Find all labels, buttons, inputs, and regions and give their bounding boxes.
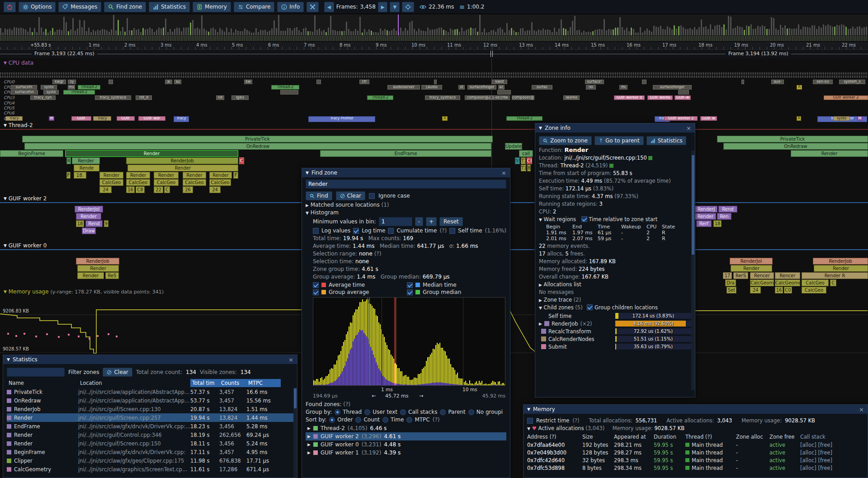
legend-item[interactable]: Median time — [407, 282, 497, 288]
frame-boundaries-row[interactable]: Frame 3,193 (22.45 ms) Frame 3,194 (13.9… — [0, 50, 868, 58]
collapse-icon[interactable]: ▼ — [306, 170, 309, 175]
statistics-row[interactable]: Render jni/../jni/src/guif/Screen.cpp:25… — [7, 413, 293, 422]
close-icon[interactable]: × — [686, 125, 691, 132]
group-by-option[interactable]: Thread — [335, 409, 362, 415]
timeline-zone[interactable]: C8 — [136, 186, 145, 193]
cpu-zone[interactable]: A — [797, 116, 801, 121]
cpu-zone[interactable]: tracy_syn — [30, 95, 56, 100]
legend-checkbox[interactable] — [407, 282, 413, 288]
cumulate-help[interactable]: (?) — [439, 227, 447, 234]
timeline-zone[interactable]: CalcGeo — [183, 179, 206, 186]
timeline-zone[interactable]: EndFrame — [320, 150, 491, 157]
relative-time-checkbox[interactable] — [581, 216, 587, 222]
timeline-zone[interactable]: Update — [505, 143, 522, 150]
thread2-header[interactable]: ▼ Thread-2 — [4, 122, 33, 128]
cpu-zone[interactable]: tracy_systrace — [95, 95, 131, 100]
timeline-zone[interactable]: 24 — [209, 186, 221, 193]
timeline-zone[interactable]: Ren — [717, 213, 731, 220]
group-by-option[interactable]: Call stacks — [400, 409, 437, 415]
legend-item[interactable]: Group median — [407, 289, 497, 295]
cpu-zone[interactable] — [678, 90, 689, 95]
timeline-zone[interactable]: Render — [209, 172, 232, 179]
cpu-zone[interactable]: kw — [244, 80, 252, 84]
radio-icon[interactable] — [468, 409, 474, 415]
column-duration[interactable]: Duration — [654, 434, 685, 440]
column-size[interactable]: Size — [582, 434, 614, 440]
timeline-zone[interactable]: 18. — [74, 172, 86, 179]
sort-by-option[interactable]: MTPC — [406, 416, 429, 423]
go-to-parent-button[interactable]: ↑ Go to parent — [594, 136, 644, 145]
column-call-stack[interactable]: Call stack — [800, 434, 864, 440]
cpu-zone[interactable]: aux- — [771, 80, 784, 84]
allocation-row[interactable]: 0x7dfaa64e00 192 bytes 298.21 ms 59.95 s… — [527, 441, 864, 449]
cpu-zone[interactable]: composer@ — [512, 95, 534, 100]
timeline-zone[interactable]: CalcGeomet — [775, 279, 800, 286]
group-by-option[interactable]: User text — [364, 409, 397, 415]
cpu-zone[interactable]: A — [797, 85, 802, 90]
statistics-button[interactable]: Statistics — [149, 2, 190, 12]
cpu-zone[interactable]: Thread-2 — [506, 116, 542, 121]
allocation-row[interactable]: 0x7e049b3d00 128 bytes 298.27 ms 59.95 s… — [527, 449, 864, 456]
sort-by-option[interactable]: Time — [382, 416, 404, 423]
scrollbar[interactable] — [293, 388, 297, 478]
column-name[interactable]: Name — [7, 379, 78, 387]
find-button[interactable]: Find — [306, 191, 332, 200]
statistics-row[interactable]: Render jni/../jni/src/guif/Control.cpp:3… — [7, 431, 293, 439]
statistics-titlebar[interactable]: ▼ Statistics × — [3, 355, 297, 364]
timeline-zone[interactable]: C0 — [784, 287, 792, 293]
expand-icon[interactable]: ▶ — [307, 426, 311, 431]
timeline-zone[interactable]: R — [66, 157, 71, 164]
radio-icon[interactable] — [355, 417, 361, 423]
zone-group-row[interactable]: ▶ GUIF worker 2 (3,296) 4.61 s — [306, 432, 506, 440]
close-icon[interactable]: × — [501, 170, 506, 176]
options-button[interactable]: Options — [19, 2, 56, 12]
timeline-zone[interactable]: CalcGeo — [802, 287, 826, 293]
cpu-zone[interactable]: kwgr — [52, 80, 66, 84]
zone-group-row[interactable]: ▶ GUIF worker 1 (3,192) 4.39 s — [306, 449, 506, 457]
timeline-zone[interactable]: Rencer — [775, 272, 800, 279]
cpu-zone[interactable]: roi — [586, 85, 596, 90]
cpu-zone[interactable]: system_s — [839, 80, 865, 84]
timeline-zone[interactable]: 24 — [750, 287, 761, 293]
radio-icon[interactable] — [440, 409, 446, 415]
timeline-zone[interactable]: T1 — [521, 157, 526, 164]
zone-group-row[interactable]: ▶ Thread-2 (4,105) 6.46 s — [306, 424, 506, 432]
radio-icon[interactable] — [382, 417, 388, 423]
restrict-time-checkbox[interactable] — [527, 418, 533, 424]
cpu-data-header[interactable]: ▼ CPU data — [4, 60, 33, 66]
timeline-zone[interactable]: RerS — [733, 272, 748, 279]
statistics-row[interactable]: EndFrame jni/../jni/src/claw/gfx/drv/vk/… — [7, 422, 293, 431]
find-zone-titlebar[interactable]: ▼ Find zone × — [302, 168, 510, 177]
timeline-zone[interactable]: 16 — [126, 186, 135, 193]
cpu-zone[interactable]: GUIF worker 0 — [614, 95, 645, 100]
timeline-zone[interactable]: Render — [731, 265, 772, 272]
cpu-zone[interactable]: Thread-2 — [271, 85, 299, 90]
statistics-row[interactable]: Render jni/../jni/src/guif/Screen.cpp:15… — [7, 439, 293, 448]
cpu-zone[interactable]: GUIF wor — [138, 116, 165, 121]
timeline-zone[interactable]: CalcGeo — [126, 179, 150, 186]
cpu-zone[interactable] — [280, 90, 298, 95]
timeline-zone[interactable]: 18 — [713, 220, 722, 227]
sort-by-option[interactable]: Count — [355, 416, 380, 423]
timeline-zone[interactable]: Render — [77, 272, 104, 279]
cpu-zone[interactable]: Thread-2 — [63, 90, 95, 95]
cpu-zone[interactable]: A — [442, 116, 448, 121]
cpu-zone[interactable]: GUIF worke — [647, 95, 673, 100]
column-thread[interactable]: Thread (?) — [685, 434, 736, 440]
cpu-zone[interactable]: surface! — [585, 80, 604, 84]
goto-frame-button[interactable] — [402, 2, 414, 12]
find-zone-button[interactable]: Find zone — [104, 2, 146, 12]
timeline-zone[interactable]: Render — [72, 157, 100, 164]
group-children-checkbox[interactable] — [587, 304, 593, 310]
cpu-zone[interactable]: ai — [165, 80, 172, 84]
timeline-zone[interactable]: Rerf — [696, 220, 712, 227]
child-zone-row[interactable]: Self time 172.14 us (3.83%) — [539, 312, 691, 320]
wait-regions-section[interactable]: ▼ Wait regions Time relative to zone sta… — [539, 216, 691, 222]
cpu-zone[interactable]: GUIF worker 2 — [824, 95, 868, 100]
next-frame-button[interactable]: ▶ — [378, 2, 388, 12]
timeline-zone[interactable]: C — [239, 157, 244, 164]
frame-overview-strip[interactable] — [0, 14, 868, 42]
reset-button[interactable]: Reset — [439, 217, 463, 226]
min-bin-increase-button[interactable]: + — [426, 217, 437, 226]
min-bin-decrease-button[interactable]: - — [415, 217, 423, 226]
